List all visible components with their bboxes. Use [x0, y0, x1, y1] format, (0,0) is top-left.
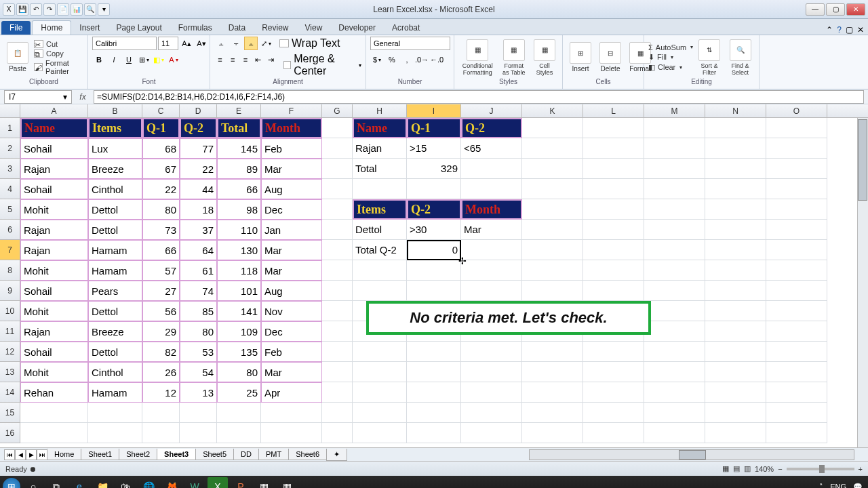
cell[interactable] — [766, 220, 827, 240]
sheet-tab-sheet5[interactable]: Sheet5 — [195, 449, 234, 460]
cell[interactable] — [583, 342, 644, 362]
cell[interactable]: 82 — [142, 342, 180, 362]
cell[interactable] — [766, 260, 827, 281]
row-header[interactable]: 16 — [0, 423, 20, 443]
border-button[interactable]: ⊞ — [137, 53, 151, 66]
cell[interactable]: Aug — [261, 179, 322, 199]
row-header[interactable]: 11 — [0, 321, 20, 342]
cell[interactable] — [583, 362, 644, 382]
last-sheet-button[interactable]: ⏭ — [37, 449, 47, 460]
cell[interactable]: Month — [261, 118, 322, 138]
col-header[interactable]: D — [180, 104, 217, 117]
help-icon[interactable]: ? — [837, 25, 842, 35]
cell[interactable] — [461, 281, 522, 301]
fx-button[interactable]: fx — [75, 92, 91, 102]
cortana-icon[interactable]: ○ — [23, 477, 43, 488]
cell[interactable]: Rajan — [20, 220, 88, 240]
cell[interactable] — [353, 362, 407, 382]
cell[interactable]: Total Q-2 — [353, 240, 407, 260]
zoom-out-button[interactable]: − — [778, 465, 782, 473]
cell[interactable] — [522, 423, 583, 443]
copy-button[interactable]: ⧉Copy — [34, 49, 83, 58]
cell[interactable]: Rajan — [20, 240, 88, 260]
qat-btn[interactable]: 🔍 — [84, 3, 96, 16]
row-header[interactable]: 12 — [0, 342, 20, 362]
cell[interactable] — [644, 220, 705, 240]
cell[interactable]: Q-1 — [142, 118, 180, 138]
sheet-tab-sheet1[interactable]: Sheet1 — [81, 449, 119, 460]
cell[interactable] — [353, 382, 407, 403]
cell[interactable] — [261, 423, 322, 443]
cell[interactable] — [461, 159, 522, 179]
cell[interactable]: Total — [353, 159, 407, 179]
cell[interactable]: Hamam — [88, 260, 142, 281]
tab-file[interactable]: File — [1, 21, 31, 35]
cell[interactable]: 118 — [217, 260, 261, 281]
cell[interactable] — [407, 382, 461, 403]
cell[interactable]: Sohail — [20, 138, 88, 159]
language-indicator[interactable]: ENG — [830, 483, 846, 488]
sort-filter-button[interactable]: ⇅Sort & Filter — [696, 38, 723, 77]
redo-icon[interactable]: ↷ — [43, 3, 56, 16]
store-icon[interactable]: 🛍 — [115, 477, 136, 488]
cell[interactable]: 73 — [142, 220, 180, 240]
cell[interactable] — [353, 281, 407, 301]
callout-shape[interactable]: No criteria met. Let's check. — [366, 301, 651, 335]
cell[interactable] — [644, 138, 705, 159]
cell[interactable]: Nov — [261, 301, 322, 321]
align-right-button[interactable]: ≡ — [239, 53, 251, 66]
cell[interactable]: 68 — [142, 138, 180, 159]
cell[interactable]: Mar — [261, 260, 322, 281]
restore-window-icon[interactable]: ▢ — [846, 25, 853, 35]
fill-button[interactable]: ⬇Fill — [648, 53, 693, 62]
cell[interactable]: Aug — [261, 281, 322, 301]
cell[interactable] — [20, 403, 88, 423]
cell[interactable] — [217, 423, 261, 443]
cell[interactable]: 12 — [142, 382, 180, 403]
cell[interactable] — [88, 403, 142, 423]
cell[interactable] — [705, 342, 766, 362]
cell[interactable]: Month — [461, 199, 522, 220]
merge-center-button[interactable]: Merge & Center — [283, 53, 361, 77]
cell[interactable] — [322, 342, 353, 362]
sheet-tab-sheet2[interactable]: Sheet2 — [119, 449, 157, 460]
cell[interactable] — [766, 138, 827, 159]
app-icon[interactable]: ▦ — [254, 477, 274, 488]
cell[interactable]: 44 — [180, 179, 217, 199]
cell[interactable]: 67 — [142, 159, 180, 179]
cell[interactable] — [583, 423, 644, 443]
cell[interactable] — [522, 281, 583, 301]
cell[interactable] — [583, 220, 644, 240]
number-format-select[interactable] — [370, 37, 450, 50]
cell[interactable]: 109 — [217, 321, 261, 342]
cell[interactable]: Mar — [461, 220, 522, 240]
cell[interactable]: 13 — [180, 382, 217, 403]
cell[interactable]: 57 — [142, 260, 180, 281]
cell[interactable] — [522, 159, 583, 179]
sheet-tab-home[interactable]: Home — [47, 449, 81, 460]
cell[interactable]: Q-2 — [461, 118, 522, 138]
cell[interactable]: 64 — [180, 240, 217, 260]
cell[interactable] — [705, 403, 766, 423]
cell[interactable]: Breeze — [88, 321, 142, 342]
spreadsheet-grid[interactable]: A B C D E F G H I J K L M N O 1NameItems… — [0, 104, 868, 447]
word-icon[interactable]: W — [184, 477, 205, 488]
cell[interactable] — [705, 179, 766, 199]
cell[interactable]: Rajan — [20, 159, 88, 179]
cell[interactable]: Mar — [261, 362, 322, 382]
chrome-icon[interactable]: 🌐 — [138, 477, 159, 488]
cell[interactable] — [644, 382, 705, 403]
prev-sheet-button[interactable]: ◀ — [15, 449, 26, 460]
tab-view[interactable]: View — [297, 21, 331, 35]
cell[interactable] — [322, 362, 353, 382]
underline-button[interactable]: U — [122, 53, 136, 66]
col-header[interactable]: I — [407, 104, 461, 117]
cell[interactable] — [644, 199, 705, 220]
cell[interactable]: 56 — [142, 301, 180, 321]
cell[interactable]: 54 — [180, 362, 217, 382]
cell[interactable]: >30 — [407, 220, 461, 240]
align-bottom-button[interactable]: ⫠ — [244, 37, 258, 50]
tab-insert[interactable]: Insert — [71, 21, 108, 35]
sheet-tab-sheet3[interactable]: Sheet3 — [157, 449, 196, 460]
tab-acrobat[interactable]: Acrobat — [384, 21, 428, 35]
